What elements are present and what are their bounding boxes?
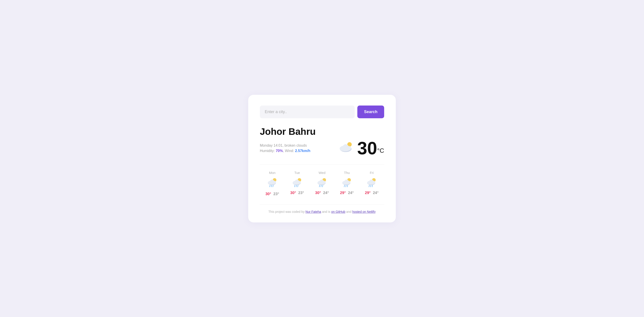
svg-line-50	[372, 185, 372, 187]
forecast-temps-3: 29° 24°	[340, 191, 354, 195]
forecast-high-1: 30°	[290, 191, 296, 195]
forecast-day-label-2: Wed	[319, 171, 326, 174]
forecast-day-label-1: Tue	[294, 171, 300, 174]
forecast-day-label-4: Fri	[370, 171, 374, 174]
weather-meta: Humidity: 70%, Wind: 2.57km/h	[260, 149, 310, 153]
temp-display: 30°C	[357, 139, 384, 157]
weather-info: Monday 14:01, broken clouds Humidity: 70…	[260, 144, 310, 153]
forecast-low-2: 24°	[323, 191, 329, 195]
footer: This project was coded by Nur Fateha and…	[260, 204, 384, 214]
forecast-day-2: Wed 30° 24°	[310, 171, 334, 196]
forecast-day-0: Mon 30° 23°	[260, 171, 285, 196]
svg-line-22	[296, 185, 296, 187]
forecast-high-0: 30°	[266, 192, 271, 196]
forecast-low-4: 24°	[373, 191, 378, 195]
forecast-high-2: 30°	[315, 191, 321, 195]
author-link[interactable]: Nur Fateha	[306, 210, 321, 214]
forecast-day-4: Fri 29° 24°	[359, 171, 384, 196]
svg-line-32	[322, 185, 323, 187]
forecast-low-1: 23°	[298, 191, 304, 195]
temperature-value: 30	[357, 138, 377, 158]
svg-line-14	[273, 185, 273, 187]
current-weather-icon	[337, 140, 355, 156]
svg-line-12	[270, 185, 270, 187]
github-link[interactable]: on GitHub	[331, 210, 345, 214]
netlify-link[interactable]: hosted on Netlify	[352, 210, 376, 214]
footer-text-middle: and is	[321, 210, 331, 214]
svg-point-38	[347, 181, 350, 184]
temperature-block: 30°C	[337, 139, 384, 157]
temperature-unit: °C	[377, 147, 384, 154]
wind-label: Wind:	[285, 149, 294, 153]
svg-point-47	[372, 181, 375, 184]
humidity-value: 70%	[276, 149, 283, 153]
svg-line-21	[294, 185, 295, 187]
forecast-temps-1: 30° 23°	[290, 191, 304, 195]
svg-line-48	[369, 185, 370, 187]
svg-line-49	[370, 185, 371, 187]
svg-line-23	[298, 185, 298, 187]
forecast-day-label-0: Mon	[269, 171, 276, 174]
search-button[interactable]: Search	[357, 106, 384, 118]
forecast-temps-0: 30° 23°	[266, 192, 279, 196]
wind-value: 2.57km/h	[295, 149, 310, 153]
svg-line-30	[319, 185, 320, 187]
forecast-high-3: 29°	[340, 191, 346, 195]
forecast-day-1: Tue 30° 23°	[285, 171, 310, 196]
city-name: Johor Bahru	[260, 126, 384, 137]
svg-line-39	[344, 185, 344, 187]
forecast-temps-2: 30° 24°	[315, 191, 329, 195]
svg-point-29	[322, 181, 326, 184]
svg-line-13	[271, 185, 272, 187]
forecast-low-3: 24°	[348, 191, 354, 195]
forecast-low-0: 23°	[274, 192, 279, 196]
humidity-label: Humidity:	[260, 149, 275, 153]
svg-line-40	[346, 185, 346, 187]
forecast-icon-3	[341, 177, 353, 188]
forecast-high-4: 29°	[365, 191, 371, 195]
weather-card: Search Johor Bahru Monday 14:01, broken …	[248, 95, 396, 222]
forecast-day-label-3: Thu	[344, 171, 350, 174]
svg-line-41	[347, 185, 348, 187]
weather-main: Monday 14:01, broken clouds Humidity: 70…	[260, 139, 384, 157]
svg-line-31	[321, 185, 321, 187]
footer-text-before: This project was coded by	[268, 210, 306, 214]
footer-text-and: and	[345, 210, 352, 214]
forecast-icon-2	[316, 177, 328, 188]
forecast-icon-1	[291, 177, 303, 188]
forecast-icon-0	[266, 177, 278, 190]
svg-point-20	[298, 181, 301, 184]
city-search-input[interactable]	[260, 106, 355, 118]
forecast-section: Mon 30° 23° Tue	[260, 164, 384, 196]
forecast-temps-4: 29° 24°	[365, 191, 378, 195]
weather-description: Monday 14:01, broken clouds	[260, 144, 310, 148]
search-row: Search	[260, 106, 384, 118]
forecast-icon-4	[366, 177, 378, 188]
svg-point-5	[346, 146, 351, 150]
svg-point-11	[273, 181, 276, 184]
forecast-day-3: Thu 29° 24°	[334, 171, 359, 196]
